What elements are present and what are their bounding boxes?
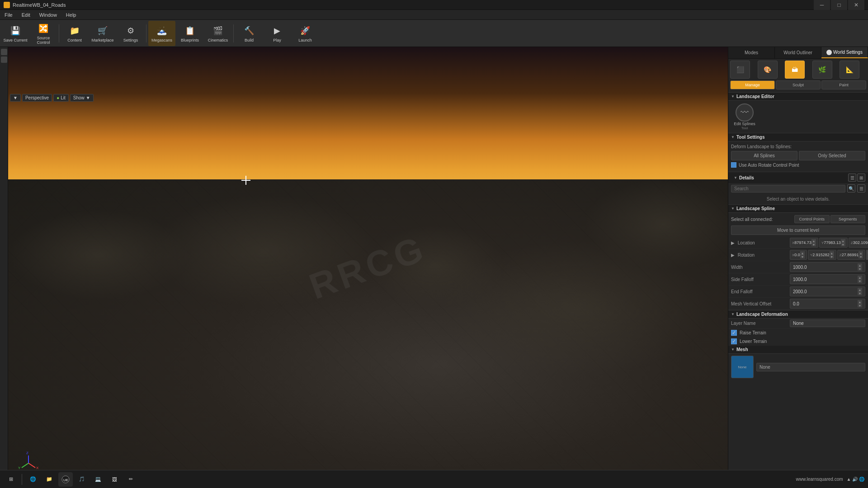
perspective-btn[interactable]: Perspective [22,94,52,102]
mode-foliage[interactable]: 🌿 [812,61,832,79]
paint-landscape-btn[interactable]: Paint [821,80,866,89]
taskbar-terminal-icon[interactable]: 💻 [91,472,105,487]
end-falloff-field[interactable]: 2000.0 ▲ ▼ [790,286,865,296]
details-search-bar: 🔍 ☰ [728,183,868,194]
raise-terrain-checkbox[interactable]: ✓ [731,330,737,336]
menu-edit[interactable]: Edit [17,10,35,20]
select-connected-label: Select all connected: [731,217,794,222]
mesh-arrow-icon: ▼ [731,347,735,352]
location-expand-icon[interactable]: ▶ [731,240,735,245]
cinematics-button[interactable]: 🎬 Cinematics [204,21,231,46]
lower-terrain-checkbox[interactable]: ✓ [731,338,737,344]
menu-file[interactable]: File [0,10,17,20]
control-points-btn[interactable]: Control Points [794,215,830,223]
search-icon[interactable]: 🔍 [847,184,855,192]
rotation-row: ▶ Rotation X 0.0 ▲ ▼ Y 2.915282 [728,249,868,261]
location-x-down[interactable]: ▼ [811,243,816,246]
rotation-expand-icon[interactable]: ▶ [731,253,735,258]
rotation-z-field[interactable]: Z 27.86991 ▲ ▼ [837,250,865,260]
taskbar-start-button[interactable]: ⊞ [4,472,18,487]
mesh-name-field[interactable]: None [756,363,865,371]
landscape-deformation-header[interactable]: ▼ Landscape Deformation [728,310,868,319]
location-x-up[interactable]: ▲ [811,239,816,243]
marketplace-button[interactable]: 🛒 Marketplace [89,21,116,46]
rotation-label: ▶ Rotation [731,253,790,258]
taskbar-browser-icon[interactable]: 🌐 [26,472,40,487]
mode-paint[interactable]: 🎨 [758,61,778,79]
location-value: X 87974.73 ▲ ▼ Y 77983.13 ▲ ▼ [790,238,868,248]
manage-btn[interactable]: Manage [730,80,775,89]
close-button[interactable]: ✕ [848,0,864,10]
ls-btn-1[interactable] [1,49,7,55]
side-falloff-field[interactable]: 1000.0 ▲ ▼ [790,274,865,284]
width-row: Width 1000.0 ▲ ▼ [728,261,868,273]
location-x-field[interactable]: X 87974.73 ▲ ▼ [790,238,818,248]
build-button[interactable]: 🔨 Build [236,21,263,46]
mesh-section-header[interactable]: ▼ Mesh [728,346,868,354]
modes-tab-label: Modes [745,50,758,55]
menu-window[interactable]: Window [35,10,61,20]
play-button[interactable]: ▶ Play [264,21,291,46]
source-control-button[interactable]: 🔀 Source Control [30,21,57,46]
sculpt-btn[interactable]: Sculpt [776,80,821,89]
megascans-button[interactable]: 🗻 Megascans [148,21,175,46]
only-selected-btn[interactable]: Only Selected [799,151,865,160]
details-grid-view-icon[interactable]: ⊞ [857,174,865,182]
show-btn[interactable]: Show ▼ [70,94,94,102]
auto-rotate-checkbox[interactable] [731,162,736,168]
landscape-spline-header[interactable]: ▼ Landscape Spline [728,205,868,213]
taskbar-ue-icon[interactable]: UE [58,472,73,487]
mesh-thumbnail[interactable]: None [731,356,754,378]
taskbar-folder-icon[interactable]: 📁 [42,472,57,487]
details-status: Select an object to view details. [728,194,868,204]
viewport[interactable]: ▼ Perspective ● Lit Show ▼ ⊕ ↻ ⊞ ◈ ⊞ 10 … [8,47,728,488]
taskbar-pencil-icon[interactable]: ✏ [123,472,138,487]
ls-btn-2[interactable] [1,56,7,63]
source-control-icon: 🔀 [37,22,50,35]
menu-help[interactable]: Help [61,10,81,20]
blueprints-button[interactable]: 📋 Blueprints [176,21,203,46]
mesh-vertical-offset-field[interactable]: 0.0 ▲ ▼ [790,299,865,309]
rotation-x-field[interactable]: X 0.0 ▲ ▼ [790,250,807,260]
geometry-icon: 📐 [846,66,854,73]
edit-splines-tool[interactable]: 〰 Edit Splines Tool [731,103,758,130]
landscape-editor-header[interactable]: ▼ Landscape Editor [728,93,868,101]
layer-name-field[interactable]: None [790,319,865,327]
location-y-up[interactable]: ▲ [841,239,845,243]
side-falloff-label: Side Falloff [731,277,790,282]
rotation-expand-btn[interactable]: ⊞ [866,250,868,260]
taskbar-photoshop-icon[interactable]: 🖼 [107,472,122,487]
tab-world-settings[interactable]: World Settings [821,47,868,58]
mode-placement[interactable]: ⬛ [730,61,750,79]
tab-modes[interactable]: Modes [728,47,775,58]
content-button[interactable]: 📁 Content [61,21,88,46]
details-list-view-icon[interactable]: ☰ [848,174,856,182]
mesh-vertical-spin: ▲ ▼ [858,300,862,307]
details-options-icon[interactable]: ☰ [857,184,865,192]
viewport-dropdown-btn[interactable]: ▼ [10,94,21,102]
launch-button[interactable]: 🚀 Launch [292,21,319,46]
mode-geometry[interactable]: 📐 [840,61,859,79]
maximize-button[interactable]: □ [831,0,847,10]
segments-btn[interactable]: Segments [830,215,866,223]
mode-landscape[interactable]: 🏔 [785,61,805,79]
location-y-field[interactable]: Y 77983.13 ▲ ▼ [819,238,848,248]
location-z-field[interactable]: Z 302.1098 ▲ ▼ [849,238,868,248]
width-field[interactable]: 1000.0 ▲ ▼ [790,262,865,272]
all-splines-btn[interactable]: All Splines [731,151,797,160]
tool-settings-header[interactable]: ▼ Tool Settings [728,133,868,141]
details-search-input[interactable] [731,185,845,192]
save-current-button[interactable]: 💾 Save Current [2,21,29,46]
minimize-button[interactable]: ─ [814,0,830,10]
move-to-level-btn[interactable]: Move to current level [731,225,865,235]
titlebar-title: RealtimeWB_04_Roads [13,2,66,8]
lit-btn[interactable]: ● Lit [53,94,69,102]
rotation-y-field[interactable]: Y 2.915282 ▲ ▼ [808,250,836,260]
settings-button[interactable]: ⚙ Settings [117,21,144,46]
tab-world-outliner[interactable]: World Outliner [775,47,821,58]
details-section-header[interactable]: ▼ Details [731,174,848,182]
mesh-section: ▼ Mesh None None [728,346,868,380]
location-y-down[interactable]: ▼ [841,243,845,246]
taskbar-spotify-icon[interactable]: 🎵 [75,472,89,487]
landscape-spline-section: ▼ Landscape Spline Select all connected:… [728,205,868,310]
